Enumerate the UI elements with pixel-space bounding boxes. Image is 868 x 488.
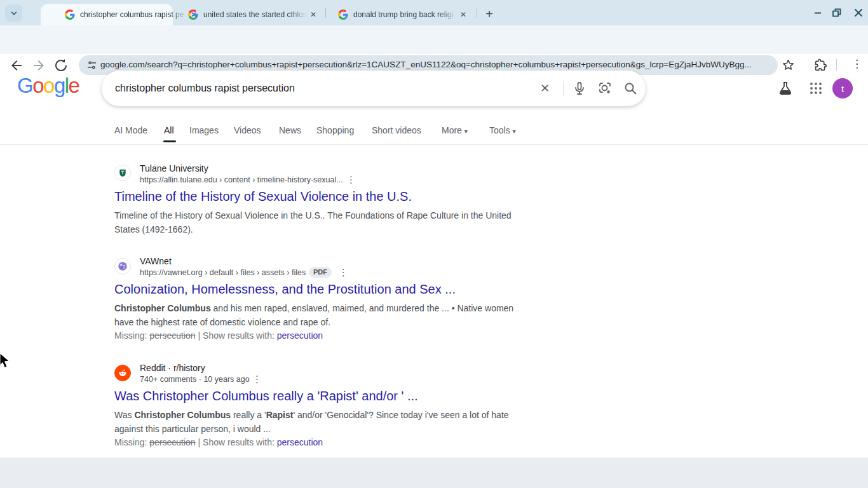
- result-meta: 740+ comments · 10 years ago: [140, 375, 250, 384]
- minimize-window-icon[interactable]: [812, 7, 824, 18]
- tab-images[interactable]: Images: [189, 125, 219, 135]
- show-results-with-link[interactable]: persecution: [277, 330, 323, 341]
- microphone-icon[interactable]: [572, 81, 587, 96]
- new-tab-button[interactable]: +: [480, 5, 498, 23]
- result-snippet: Was Christopher Columbus really a 'Rapis…: [114, 408, 531, 436]
- browser-toolbar: google.com/search?q=christopher+columbus…: [0, 25, 868, 54]
- reload-icon[interactable]: [53, 58, 69, 73]
- account-avatar[interactable]: t: [832, 78, 853, 98]
- toolbar-separator: [836, 59, 837, 71]
- result-site-name[interactable]: VAWnet: [140, 256, 172, 266]
- result-menu-button[interactable]: ⋮: [339, 268, 348, 277]
- restore-window-icon[interactable]: [831, 7, 843, 18]
- chevron-down-icon: [10, 9, 18, 18]
- result-title-link[interactable]: Colonization, Homelessness, and the Pros…: [114, 282, 456, 297]
- google-favicon-icon: [65, 10, 75, 20]
- tab-more[interactable]: More ▾: [442, 125, 468, 135]
- tab-strip: christopher columbus rapist pe ✕ united …: [0, 0, 868, 25]
- mouse-cursor: [0, 352, 11, 370]
- tab-separator: [477, 8, 477, 18]
- browser-menu-button[interactable]: ⋮: [851, 57, 862, 71]
- tab-close-icon[interactable]: ✕: [308, 9, 319, 20]
- search-tune-icon[interactable]: [86, 60, 97, 71]
- search-result-3: Reddit · r/history 740+ comments · 10 ye…: [114, 360, 531, 452]
- result-site-name[interactable]: Tulane University: [140, 163, 208, 173]
- tab-ai-mode[interactable]: AI Mode: [114, 125, 147, 135]
- missing-term: persecution: [149, 437, 195, 447]
- vawnet-favicon-icon: [114, 258, 131, 274]
- back-icon[interactable]: [9, 58, 24, 73]
- tab-separator: [325, 8, 326, 18]
- tab-videos[interactable]: Videos: [234, 125, 261, 135]
- search-labs-icon[interactable]: [778, 81, 793, 96]
- show-results-with-link[interactable]: persecution: [277, 437, 323, 447]
- tab-title: donald trump bring back religi: [353, 10, 458, 19]
- search-result-1: Tulane University https://allin.tulane.e…: [114, 160, 531, 243]
- chevron-down-icon: ▾: [465, 128, 468, 135]
- extensions-icon[interactable]: [814, 58, 827, 72]
- result-menu-button[interactable]: ⋮: [346, 175, 356, 184]
- missing-terms-line: Missing: persecution | Show results with…: [114, 437, 323, 447]
- google-favicon-icon: [188, 10, 198, 20]
- missing-term: persecution: [149, 330, 195, 341]
- result-title-link[interactable]: Was Christopher Columbus really a 'Rapis…: [114, 389, 418, 403]
- tab-title: christopher columbus rapist pe: [80, 10, 188, 19]
- google-favicon-icon: [338, 10, 348, 20]
- search-box-divider: [563, 81, 564, 96]
- close-window-icon[interactable]: [853, 7, 864, 18]
- tab-close-icon[interactable]: ✕: [458, 9, 469, 20]
- result-site-name[interactable]: Reddit · r/history: [140, 363, 205, 373]
- clear-search-icon[interactable]: ✕: [540, 81, 550, 95]
- search-result-2: VAWnet https://vawnet.org › default › fi…: [114, 253, 531, 345]
- result-url-breadcrumb[interactable]: https://vawnet.org › default › files › a…: [140, 268, 306, 277]
- reddit-favicon-icon: [114, 365, 131, 381]
- tab-1[interactable]: christopher columbus rapist pe ✕: [41, 4, 173, 25]
- forward-icon[interactable]: [31, 58, 46, 73]
- result-snippet: Timeline of the History of Sexual Violen…: [114, 208, 531, 236]
- result-title-link[interactable]: Timeline of the History of Sexual Violen…: [114, 189, 412, 204]
- tab-3[interactable]: donald trump bring back religi ✕: [329, 4, 473, 25]
- tab-news[interactable]: News: [279, 125, 301, 135]
- search-query-input[interactable]: christopher columbus rapist persecution: [115, 83, 295, 94]
- result-menu-button[interactable]: ⋮: [252, 375, 262, 384]
- tab-2[interactable]: united states the started cthlos ✕: [179, 4, 323, 25]
- tab-search-button[interactable]: [5, 4, 22, 22]
- pdf-badge: PDF: [309, 267, 332, 278]
- tab-shopping[interactable]: Shopping: [316, 125, 354, 135]
- bookmark-star-icon[interactable]: [782, 58, 795, 72]
- tab-all[interactable]: All: [164, 125, 174, 135]
- chevron-down-icon: ▾: [513, 128, 516, 135]
- header-divider: [0, 144, 868, 145]
- google-apps-grid-icon[interactable]: [808, 81, 824, 96]
- chromeos-shelf: 31 Nov 29 4:39: [0, 458, 868, 488]
- search-icon[interactable]: [623, 81, 638, 96]
- tulane-favicon-icon: [114, 165, 131, 181]
- result-snippet: Christopher Columbus and his men raped, …: [114, 301, 531, 329]
- tab-tools[interactable]: Tools ▾: [489, 125, 516, 135]
- google-lens-icon[interactable]: [597, 81, 613, 96]
- missing-terms-line: Missing: persecution | Show results with…: [114, 330, 323, 341]
- result-url-breadcrumb[interactable]: https://allin.tulane.edu › content › tim…: [140, 175, 343, 184]
- screen: christopher columbus rapist pe ✕ united …: [0, 0, 868, 488]
- address-url[interactable]: google.com/search?q=christopher+columbus…: [100, 60, 764, 69]
- tab-title: united states the started cthlos: [203, 10, 308, 19]
- google-logo[interactable]: Google: [17, 74, 79, 98]
- search-box[interactable]: christopher columbus rapist persecution …: [102, 71, 646, 106]
- active-tab-underline: [163, 140, 176, 142]
- tab-short-videos[interactable]: Short videos: [372, 125, 421, 135]
